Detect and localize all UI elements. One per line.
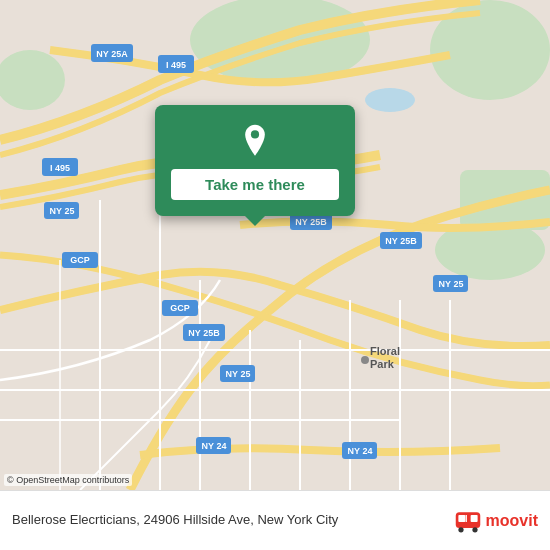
svg-text:Park: Park xyxy=(370,358,395,370)
moovit-logo: moovit xyxy=(454,507,538,535)
svg-point-48 xyxy=(251,130,259,138)
svg-text:Floral: Floral xyxy=(370,345,400,357)
svg-point-52 xyxy=(458,527,463,532)
moovit-bus-icon xyxy=(454,507,482,535)
svg-rect-50 xyxy=(458,514,465,521)
map-container: I 495 I 495 NY 25A NY 25 GCP GCP NY 25B … xyxy=(0,0,550,490)
map-copyright: © OpenStreetMap contributors xyxy=(4,474,132,486)
svg-text:NY 25B: NY 25B xyxy=(188,328,220,338)
map-popup: Take me there xyxy=(155,105,355,216)
svg-text:GCP: GCP xyxy=(70,255,90,265)
svg-text:NY 24: NY 24 xyxy=(348,446,373,456)
moovit-label: moovit xyxy=(486,512,538,530)
address-text: Bellerose Elecrticians, 24906 Hillside A… xyxy=(12,511,454,529)
svg-text:NY 25B: NY 25B xyxy=(295,217,327,227)
svg-text:NY 24: NY 24 xyxy=(202,441,227,451)
svg-text:NY 25: NY 25 xyxy=(226,369,251,379)
info-bar: Bellerose Elecrticians, 24906 Hillside A… xyxy=(0,490,550,550)
take-me-there-button[interactable]: Take me there xyxy=(171,169,339,200)
svg-text:NY 25A: NY 25A xyxy=(96,49,128,59)
svg-rect-51 xyxy=(470,514,477,521)
svg-text:I 495: I 495 xyxy=(50,163,70,173)
svg-point-47 xyxy=(361,356,369,364)
svg-text:GCP: GCP xyxy=(170,303,190,313)
svg-point-6 xyxy=(365,88,415,112)
map-roads: I 495 I 495 NY 25A NY 25 GCP GCP NY 25B … xyxy=(0,0,550,490)
svg-point-53 xyxy=(472,527,477,532)
location-pin-icon xyxy=(237,123,273,159)
svg-text:NY 25B: NY 25B xyxy=(385,236,417,246)
svg-text:NY 25: NY 25 xyxy=(50,206,75,216)
svg-text:NY 25: NY 25 xyxy=(439,279,464,289)
svg-text:I 495: I 495 xyxy=(166,60,186,70)
